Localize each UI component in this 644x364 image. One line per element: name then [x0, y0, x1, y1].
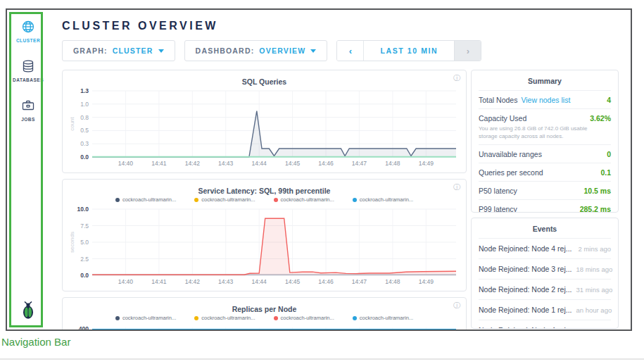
- legend-item[interactable]: cockroach-ultramarin...: [115, 196, 176, 203]
- summary-row-value: 10.5 ms: [583, 187, 611, 195]
- summary-row: Total NodesView nodes list4: [479, 91, 611, 109]
- event-row[interactable]: Node Rejoined: Node 4 rej...an hour ago: [479, 320, 611, 329]
- graph-dropdown[interactable]: GRAPH: CLUSTER: [62, 40, 175, 61]
- sidebar-item-label: CLUSTER: [16, 38, 40, 43]
- view-nodes-link[interactable]: View nodes list: [521, 96, 570, 104]
- svg-text:14:42: 14:42: [185, 278, 201, 285]
- svg-text:0.5: 0.5: [80, 127, 89, 134]
- svg-text:1.0: 1.0: [80, 101, 89, 108]
- event-row[interactable]: Node Rejoined: Node 4 rej...2 mins ago: [479, 239, 611, 259]
- summary-row-value: 3.62%: [590, 114, 611, 123]
- svg-text:0.0: 0.0: [80, 272, 89, 279]
- svg-text:14:41: 14:41: [151, 160, 167, 167]
- legend-item[interactable]: cockroach-ultramarin...: [353, 315, 413, 321]
- svg-text:14:48: 14:48: [385, 278, 400, 285]
- legend-label: cockroach-ultramarin...: [281, 315, 334, 321]
- svg-text:2.5: 2.5: [80, 256, 89, 263]
- chart-title: Service Latency: SQL, 99th percentile: [198, 187, 331, 195]
- svg-text:14:47: 14:47: [352, 160, 367, 167]
- summary-row-label: Queries per second: [479, 168, 543, 177]
- event-message: Node Rejoined: Node 2 rej...: [479, 285, 572, 294]
- svg-text:14:45: 14:45: [285, 160, 301, 167]
- dashboard-dropdown[interactable]: DASHBOARD: OVERVIEW: [184, 40, 328, 61]
- event-row[interactable]: Node Rejoined: Node 1 rej...an hour ago: [479, 300, 611, 320]
- event-time: 2 mins ago: [574, 245, 611, 253]
- svg-text:14:46: 14:46: [318, 278, 334, 285]
- summary-row-label: Capacity Used: [479, 114, 526, 123]
- legend-item[interactable]: cockroach-ultramarin...: [353, 196, 413, 203]
- sidebar-item-jobs[interactable]: JOBS: [20, 98, 36, 122]
- svg-text:count: count: [69, 116, 75, 130]
- summary-row: P99 latency285.2 ms: [479, 200, 611, 213]
- sidebar-item-label: JOBS: [21, 117, 35, 122]
- legend-label: cockroach-ultramarin...: [281, 196, 334, 203]
- chart-title: SQL Queries: [242, 77, 286, 86]
- info-icon[interactable]: ⓘ: [453, 302, 460, 309]
- event-message: Node Rejoined: Node 3 rej...: [479, 265, 572, 273]
- legend-item[interactable]: cockroach-ultramarin...: [194, 196, 255, 203]
- service-latency-chart: Service Latency: SQL, 99th percentileⓘco…: [62, 179, 467, 291]
- chart-plot: 0.00.30.50.81.01.314:4014:4114:4214:4314…: [68, 85, 460, 168]
- event-time: an hour ago: [572, 306, 612, 314]
- svg-text:14:43: 14:43: [218, 160, 234, 167]
- legend-dot-icon: [353, 198, 357, 202]
- main-content: CLUSTER OVERVIEW GRAPH: CLUSTER DASHBOAR…: [55, 10, 631, 330]
- events-rows: Node Rejoined: Node 4 rej...2 mins agoNo…: [479, 239, 611, 329]
- summary-row-label: Total Nodes: [479, 96, 517, 104]
- legend-item[interactable]: cockroach-ultramarin...: [194, 315, 255, 321]
- legend-dot-icon: [274, 198, 278, 202]
- page-title: CLUSTER OVERVIEW: [62, 20, 631, 32]
- time-prev-button[interactable]: ‹: [337, 41, 364, 61]
- svg-text:14:46: 14:46: [318, 160, 334, 167]
- chart-header: Service Latency: SQL, 99th percentileⓘ: [68, 184, 460, 194]
- svg-text:1.3: 1.3: [80, 87, 89, 94]
- sidebar-item-cluster[interactable]: CLUSTER: [16, 19, 40, 43]
- summary-row-label: P50 latency: [479, 187, 517, 195]
- summary-row-value: 285.2 ms: [580, 205, 611, 213]
- summary-row-subtext: You are using 26.8 GiB of 742.0 GiB usab…: [479, 125, 611, 140]
- graph-dropdown-label: GRAPH:: [73, 46, 108, 55]
- svg-text:14:49: 14:49: [419, 278, 434, 285]
- svg-text:14:44: 14:44: [252, 278, 267, 285]
- svg-text:10.0: 10.0: [77, 206, 89, 213]
- chevron-down-icon: [310, 49, 316, 53]
- svg-text:seconds: seconds: [69, 232, 75, 253]
- sql-queries-chart: SQL Queriesⓘ0.00.30.50.81.01.314:4014:41…: [62, 70, 467, 173]
- cockroachdb-logo-icon[interactable]: [19, 299, 37, 323]
- event-time: an hour ago: [572, 327, 612, 330]
- time-window-label[interactable]: LAST 10 MIN: [364, 41, 454, 61]
- summary-panel: Summary Total NodesView nodes list4Capac…: [471, 70, 619, 213]
- legend-dot-icon: [115, 316, 120, 320]
- chevron-down-icon: [158, 49, 164, 53]
- event-row[interactable]: Node Rejoined: Node 2 rej...31 mins ago: [479, 280, 611, 300]
- svg-text:14:45: 14:45: [285, 278, 301, 285]
- legend-label: cockroach-ultramarin...: [360, 315, 413, 321]
- globe-icon: [20, 19, 36, 34]
- legend-label: cockroach-ultramarin...: [122, 315, 176, 321]
- legend-label: cockroach-ultramarin...: [360, 196, 413, 203]
- legend-item[interactable]: cockroach-ultramarin...: [274, 315, 334, 321]
- sidebar-items: CLUSTERDATABASESJOBS: [7, 10, 49, 137]
- sidebar-item-label: DATABASES: [13, 77, 44, 82]
- chart-legend: cockroach-ultramarin...cockroach-ultrama…: [68, 196, 460, 203]
- time-next-button[interactable]: ›: [454, 41, 481, 61]
- svg-text:14:40: 14:40: [118, 278, 134, 285]
- database-icon: [20, 58, 36, 74]
- legend-dot-icon: [353, 316, 357, 320]
- legend-dot-icon: [274, 316, 278, 320]
- event-message: Node Rejoined: Node 1 rej...: [479, 306, 572, 314]
- svg-text:14:47: 14:47: [352, 278, 367, 285]
- legend-item[interactable]: cockroach-ultramarin...: [115, 315, 176, 321]
- events-panel: Events Node Rejoined: Node 4 rej...2 min…: [471, 218, 619, 329]
- legend-item[interactable]: cockroach-ultramarin...: [274, 196, 334, 203]
- time-window-selector: ‹ LAST 10 MIN ›: [336, 40, 481, 61]
- event-row[interactable]: Node Rejoined: Node 3 rej...18 mins ago: [479, 259, 611, 280]
- summary-row-value: 4: [607, 96, 611, 104]
- svg-text:14:48: 14:48: [385, 160, 400, 167]
- info-icon[interactable]: ⓘ: [453, 184, 460, 191]
- chart-legend: cockroach-ultramarin...cockroach-ultrama…: [68, 315, 460, 321]
- info-icon[interactable]: ⓘ: [453, 75, 460, 82]
- summary-rows: Total NodesView nodes list4Capacity Used…: [479, 91, 611, 213]
- chart-header: Replicas per Nodeⓘ: [68, 302, 460, 313]
- sidebar-item-databases[interactable]: DATABASES: [13, 58, 44, 82]
